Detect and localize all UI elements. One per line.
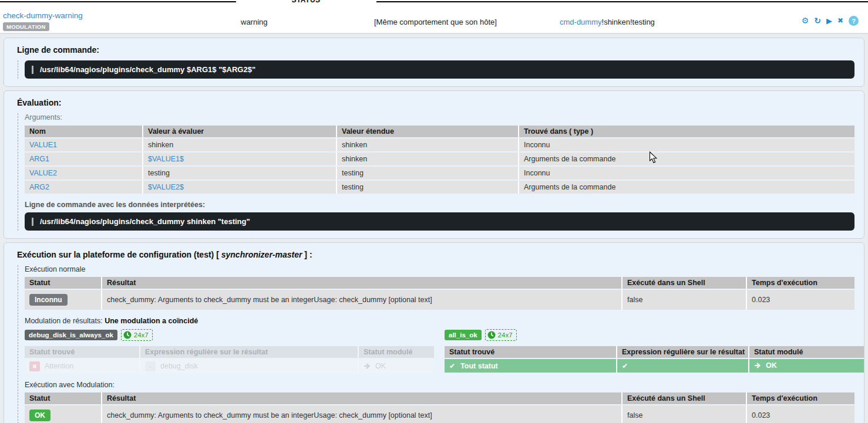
argument-value: shinken <box>142 138 336 151</box>
check-icon: ✔ <box>622 362 628 370</box>
object-name-link[interactable]: check-dummy-warning <box>3 11 83 20</box>
column-header-valeur-etendue: Valeur étendue <box>336 126 518 137</box>
argument-value-link[interactable]: $VALUE1$ <box>148 155 184 163</box>
modulation-columns: debug_disk_is_always_ok 24x7 Statut trou… <box>25 329 854 375</box>
page-header: STATUS check-dummy-warning MODULATION wa… <box>0 0 868 34</box>
clock-icon <box>123 331 132 339</box>
column-header-shell: Exécuté dans un Shell <box>621 392 746 404</box>
modulation-table-active: Statut trouvé Expression régulière sur l… <box>445 345 864 374</box>
modulation-matched-text: Une modulation a coïncidé <box>105 317 198 325</box>
arguments-label: Arguments: <box>25 113 854 121</box>
close-icon[interactable]: ✖ <box>837 16 843 26</box>
column-header-temps: Temps d'exécution <box>746 392 854 404</box>
column-header-statut: Statut <box>25 277 101 289</box>
normal-execution-label: Exécution normale <box>25 265 854 273</box>
run-check-icon[interactable]: ▶ <box>826 16 832 26</box>
terminal-pipe-decoration <box>32 66 33 74</box>
modulation-left-badges: debug_disk_is_always_ok 24x7 <box>25 329 434 341</box>
evaluation-container: Arguments: Nom Valeur à évaluer Valeur é… <box>18 113 854 231</box>
command-line-container: /usr/lib64/nagios/plugins/check_dummy $A… <box>18 60 854 79</box>
status-found: Tout statut <box>460 362 498 370</box>
timeperiod-chip[interactable]: 24x7 <box>121 329 153 341</box>
argument-name-link[interactable]: ARG2 <box>29 183 49 191</box>
command-line-panel: Ligne de commande: /usr/lib64/nagios/plu… <box>4 38 864 87</box>
argument-found-in: Arguments de la commande <box>518 181 854 194</box>
table-header-row: Statut Résultat Exécuté dans un Shell Te… <box>25 277 854 289</box>
modulation-type-badge: MODULATION <box>3 22 49 31</box>
modulation-right: all_is_ok 24x7 Statut trouvé Expression … <box>445 329 864 374</box>
column-header-trouve-dans: Trouvé dans ( type ) <box>518 126 854 137</box>
modulation-right-badges: all_is_ok 24x7 <box>445 329 864 341</box>
status-found: Attention <box>45 362 73 370</box>
table-header-row: Nom Valeur à évaluer Valeur étendue Trou… <box>25 126 854 137</box>
table-row: ARG2 $VALUE2$ testing Arguments de la co… <box>25 181 854 194</box>
status-value: warning <box>241 18 268 26</box>
modulation-name-chip[interactable]: debug_disk_is_always_ok <box>25 330 117 340</box>
argument-name-link[interactable]: ARG1 <box>29 155 49 163</box>
table-row: ARG1 $VALUE1$ shinken Arguments de la co… <box>25 153 854 165</box>
regex-value: debug_disk <box>160 362 198 370</box>
evaluation-panel: Évaluation: Arguments: Nom Valeur à éval… <box>4 90 864 239</box>
panel-title: Évaluation: <box>17 98 854 107</box>
modulated-status: OK <box>766 361 777 370</box>
modulation-left: debug_disk_is_always_ok 24x7 Statut trou… <box>25 329 434 375</box>
table-row: ✖Attention -debug_disk OK <box>25 359 434 374</box>
shell-value: false <box>621 290 746 310</box>
argument-name-link[interactable]: VALUE2 <box>29 169 57 177</box>
tab-status[interactable]: STATUS <box>265 0 347 4</box>
column-header-statut: Statut <box>25 392 101 404</box>
argument-extended: testing <box>336 167 518 180</box>
minus-icon: - <box>145 361 156 371</box>
modulation-name-chip[interactable]: all_is_ok <box>445 330 482 340</box>
column-header-statut-trouve: Statut trouvé <box>445 346 616 358</box>
interpreted-command-terminal: /usr/lib64/nagios/plugins/check_dummy sh… <box>25 212 854 231</box>
modulated-execution-table: Statut Résultat Exécuté dans un Shell Te… <box>25 391 854 423</box>
normal-execution-table: Statut Résultat Exécuté dans un Shell Te… <box>25 276 854 311</box>
command-line-terminal: /usr/lib64/nagios/plugins/check_dummy $A… <box>25 60 854 79</box>
column-header-nom: Nom <box>25 126 142 137</box>
table-header-row: Statut trouvé Expression régulière sur l… <box>445 346 864 358</box>
timeperiod-label: 24x7 <box>134 331 149 339</box>
column-header-expression: Expression régulière sur le résultat <box>616 346 748 358</box>
command-reference: cmd-dummy!shinken!testing <box>560 18 655 26</box>
table-header-row: Statut Résultat Exécuté dans un Shell Te… <box>25 392 854 404</box>
help-icon[interactable]: ? <box>849 16 859 26</box>
table-row: Inconnu check_dummy: Arguments to check_… <box>25 290 854 310</box>
column-header-statut-trouve: Statut trouvé <box>25 346 139 358</box>
cross-icon: ✖ <box>29 361 40 371</box>
sync-icon[interactable]: ↻ <box>814 16 821 26</box>
interpreted-command-text: /usr/lib64/nagios/plugins/check_dummy sh… <box>40 217 250 226</box>
execution-time: 0.023 <box>746 290 854 310</box>
tabbar-line <box>376 1 868 2</box>
modulated-execution-label: Exécution avec Modulation: <box>25 381 854 389</box>
argument-extended: testing <box>336 181 518 194</box>
command-line-text: /usr/lib64/nagios/plugins/check_dummy $A… <box>40 65 255 74</box>
column-header-resultat: Résultat <box>101 277 621 289</box>
argument-found-in: Inconnu <box>518 138 854 151</box>
argument-extended: shinken <box>336 138 518 151</box>
command-link[interactable]: cmd-dummy <box>560 18 602 26</box>
argument-name-link[interactable]: VALUE1 <box>29 141 57 149</box>
terminal-pipe-decoration <box>32 218 33 226</box>
argument-value-link[interactable]: $VALUE2$ <box>148 183 184 191</box>
timeperiod-chip[interactable]: 24x7 <box>485 329 517 341</box>
modulation-table-inactive: Statut trouvé Expression régulière sur l… <box>25 345 434 375</box>
command-arguments: !shinken!testing <box>602 18 655 26</box>
column-header-valeur-a-evaluer: Valeur à évaluer <box>142 126 336 137</box>
column-header-temps: Temps d'exécution <box>746 277 854 289</box>
panel-title: Ligne de commande: <box>17 45 854 55</box>
table-row: VALUE2 testing testing Inconnu <box>25 167 854 180</box>
column-header-expression: Expression régulière sur le résultat <box>139 346 358 358</box>
header-actions: ⚙ ↻ ▶ ✖ ? <box>802 16 859 26</box>
panel-title: Exécution sur la plateforme de configura… <box>17 250 854 259</box>
tabbar-line <box>0 1 236 2</box>
table-row: ✔Tout statut ✔ OK <box>445 359 864 373</box>
behavior-note: [Même comportement que son hôte] <box>374 18 497 26</box>
argument-value: testing <box>142 167 336 180</box>
table-header-row: Statut trouvé Expression régulière sur l… <box>25 346 434 358</box>
settings-gear-icon[interactable]: ⚙ <box>802 16 809 26</box>
platform-name: synchronizer-master <box>221 250 302 259</box>
interpreted-command-label: Ligne de commande avec les données inter… <box>25 201 854 209</box>
column-header-resultat: Résultat <box>101 392 621 404</box>
argument-found-in: Inconnu <box>518 167 854 180</box>
